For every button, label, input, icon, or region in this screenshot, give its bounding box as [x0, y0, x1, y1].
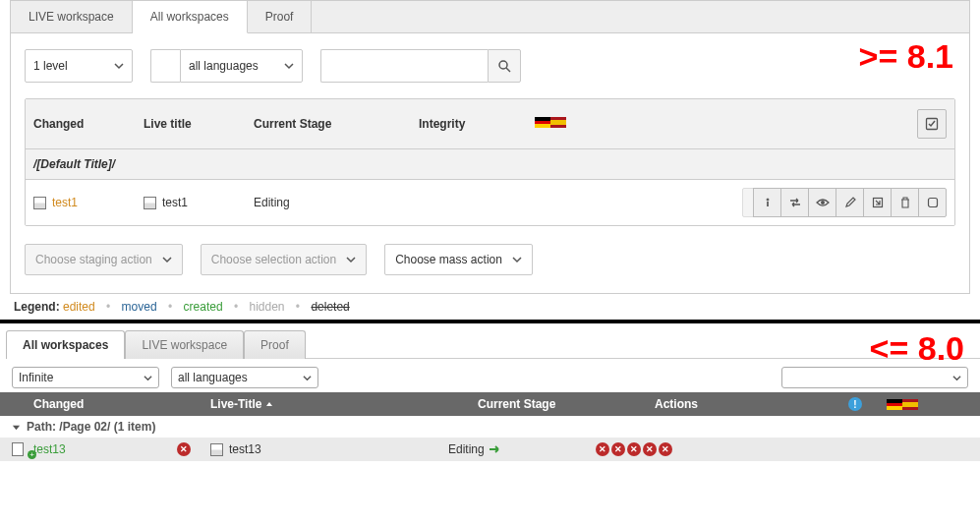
expand-button[interactable]: + [12, 442, 33, 456]
svg-rect-5 [928, 199, 937, 207]
action-button[interactable]: ✕ [659, 442, 672, 456]
cell-changed: test1 [33, 196, 144, 209]
version-label-b: <= 8.0 [870, 329, 964, 368]
chevron-down-icon [114, 61, 124, 71]
changed-title[interactable]: test1 [52, 196, 78, 209]
panel-a: >= 8.1 1 level all languages [10, 33, 970, 294]
close-icon[interactable]: ✕ [177, 442, 191, 456]
group-label: Path: /Page 02/ (1 item) [27, 420, 155, 434]
arrow-right-icon[interactable] [489, 444, 502, 454]
selection-action-select[interactable]: Choose selection action [201, 244, 367, 275]
mass-action-label: Choose mass action [395, 253, 502, 266]
tabs-bar-b: All workspaces LIVE workspace Proof [6, 323, 980, 359]
legend-label: Legend: [14, 300, 60, 314]
live-title: test13 [229, 442, 261, 456]
cell-stage: Editing [254, 196, 419, 209]
cell-changed: test13 ✕ [33, 442, 210, 456]
legend-hidden: hidden [249, 300, 284, 314]
action-button[interactable]: ✕ [596, 442, 609, 456]
mass-action-select[interactable]: Choose mass action [384, 244, 533, 275]
table-header-b: Changed Live-Title Current Stage Actions… [0, 392, 980, 416]
checkbox-icon [927, 197, 939, 208]
toolbar-a: 1 level all languages [11, 33, 969, 92]
search-icon [497, 59, 511, 73]
flag-icons [535, 117, 566, 128]
svg-point-0 [499, 61, 507, 69]
col-integrity: Integrity [419, 117, 535, 131]
swap-icon [788, 197, 802, 208]
language-select-value: all languages [178, 371, 248, 384]
language-select-value: all languages [189, 59, 259, 73]
trash-icon [899, 197, 911, 208]
col-changed: Changed [33, 117, 144, 131]
page-icon [144, 197, 156, 209]
tab-live-workspace[interactable]: LIVE workspace [125, 330, 244, 359]
col-current-stage[interactable]: Current Stage [478, 397, 655, 411]
toolbar-b: Infinite all languages [0, 359, 980, 392]
group-row: /[Default Title]/ [26, 149, 954, 180]
table-row: + test13 ✕ test13 Editing ✕ ✕ ✕ ✕ ✕ [0, 438, 980, 461]
panel-b: <= 8.0 All workspaces LIVE workspace Pro… [0, 323, 980, 471]
legend-moved: moved [122, 300, 157, 314]
cell-live: test1 [144, 196, 254, 209]
info-button[interactable] [753, 188, 781, 217]
info-icon [762, 197, 774, 208]
stage-label: Editing [448, 442, 485, 456]
swap-button[interactable] [780, 188, 809, 217]
tabs-bar-a: LIVE workspace All workspaces Proof [10, 0, 970, 33]
tab-proof[interactable]: Proof [244, 330, 306, 359]
depth-select-value: 1 level [33, 59, 68, 73]
depth-select-value: Infinite [19, 371, 53, 384]
collapse-icon [12, 423, 21, 432]
chevron-down-icon [346, 255, 356, 264]
search-button[interactable] [488, 49, 521, 83]
col-changed[interactable]: Changed [33, 397, 210, 411]
svg-point-2 [767, 199, 769, 201]
changed-title[interactable]: test13 [33, 442, 66, 456]
col-live-title: Live title [144, 117, 254, 131]
page-icon [210, 443, 223, 456]
depth-select[interactable]: 1 level [25, 49, 133, 83]
table-header: Changed Live title Current Stage Integri… [26, 99, 954, 149]
add-icon: + [12, 442, 33, 456]
flag-es-icon [550, 117, 566, 128]
row-checkbox[interactable] [918, 188, 947, 217]
language-select[interactable]: all languages [171, 367, 318, 388]
action-button[interactable]: ✕ [611, 442, 625, 456]
tab-live-workspace[interactable]: LIVE workspace [11, 1, 133, 32]
flag-es-icon [902, 399, 918, 410]
edit-button[interactable] [836, 188, 864, 217]
chevron-down-icon [284, 61, 294, 71]
language-prefix-button[interactable] [150, 49, 180, 83]
chevron-down-icon [162, 255, 172, 264]
col-live-title[interactable]: Live-Title [210, 397, 478, 411]
col-language [879, 399, 926, 410]
live-title: test1 [162, 196, 188, 209]
eye-icon [816, 197, 830, 208]
selection-action-label: Choose selection action [211, 253, 336, 266]
depth-select[interactable]: Infinite [12, 367, 159, 388]
col-select-all [917, 109, 947, 139]
open-button[interactable] [863, 188, 892, 217]
preview-button[interactable] [808, 188, 836, 217]
staging-action-label: Choose staging action [35, 253, 152, 266]
row-actions-b: ✕ ✕ ✕ ✕ ✕ [596, 442, 773, 456]
page-icon [33, 197, 46, 209]
tab-proof[interactable]: Proof [248, 1, 313, 32]
group-row-b[interactable]: Path: /Page 02/ (1 item) [0, 416, 980, 438]
action-button[interactable]: ✕ [627, 442, 641, 456]
chevron-down-icon [952, 374, 961, 382]
info-icon: ! [848, 397, 862, 411]
language-select[interactable]: all languages [180, 49, 303, 83]
flag-de-icon [535, 117, 550, 128]
delete-button[interactable] [891, 188, 919, 217]
workspace-table: Changed Live title Current Stage Integri… [25, 98, 955, 226]
tab-all-workspaces[interactable]: All workspaces [133, 1, 248, 33]
filter-select[interactable] [781, 367, 968, 388]
select-all-button[interactable] [917, 109, 947, 139]
search-input[interactable] [320, 49, 488, 83]
staging-action-select[interactable]: Choose staging action [25, 244, 183, 275]
tab-all-workspaces[interactable]: All workspaces [6, 330, 125, 359]
bulk-actions: Choose staging action Choose selection a… [11, 226, 969, 293]
action-button[interactable]: ✕ [643, 442, 657, 456]
